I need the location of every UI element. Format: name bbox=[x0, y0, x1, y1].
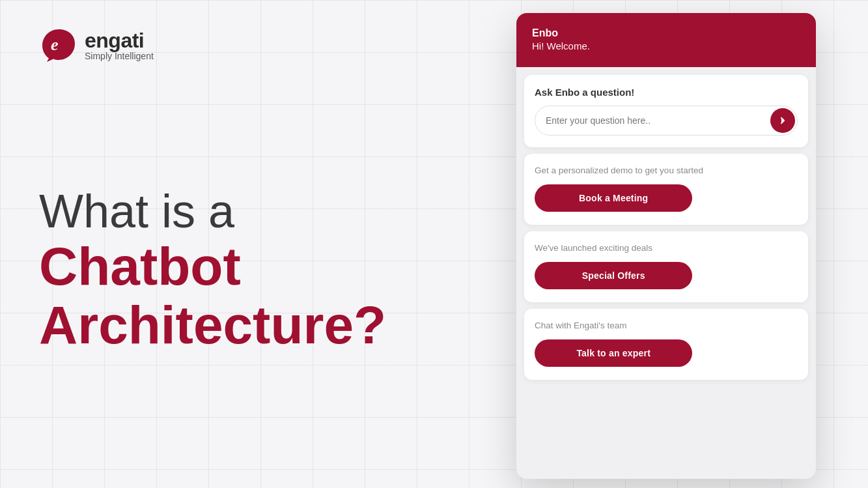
logo-name: engati bbox=[85, 30, 154, 51]
engati-logo-icon: e bbox=[39, 26, 78, 65]
chat-widget: Enbo Hi! Welcome. Ask Enbo a question! G… bbox=[516, 13, 816, 479]
headline: What is a Chatbot Architecture? bbox=[39, 104, 417, 462]
chat-greeting: Hi! Welcome. bbox=[532, 40, 800, 51]
offers-card: We've launched exciting deals Special Of… bbox=[524, 231, 808, 302]
book-meeting-button[interactable]: Book a Meeting bbox=[535, 184, 692, 212]
chat-header: Enbo Hi! Welcome. bbox=[516, 13, 816, 67]
ask-send-button[interactable] bbox=[770, 108, 795, 133]
logo-text: engati Simply Intelligent bbox=[85, 30, 154, 61]
expert-card-label: Chat with Engati's team bbox=[535, 321, 798, 330]
headline-line3: Architecture? bbox=[39, 296, 417, 354]
chat-bot-name: Enbo bbox=[532, 27, 800, 39]
ask-label: Ask Enbo a question! bbox=[535, 87, 798, 98]
left-panel: e engati Simply Intelligent What is a Ch… bbox=[0, 0, 456, 488]
ask-input-row bbox=[535, 106, 798, 136]
demo-card: Get a personalized demo to get you start… bbox=[524, 154, 808, 225]
headline-line1: What is a bbox=[39, 186, 417, 237]
special-offers-button[interactable]: Special Offers bbox=[535, 262, 692, 289]
offers-card-label: We've launched exciting deals bbox=[535, 243, 798, 253]
expert-card: Chat with Engati's team Talk to an exper… bbox=[524, 309, 808, 380]
talk-expert-button[interactable]: Talk to an expert bbox=[535, 339, 692, 367]
logo-area: e engati Simply Intelligent bbox=[39, 26, 417, 65]
svg-text:e: e bbox=[51, 35, 59, 54]
ask-section: Ask Enbo a question! bbox=[524, 75, 808, 147]
chat-widget-container: Enbo Hi! Welcome. Ask Enbo a question! G… bbox=[516, 13, 816, 479]
ask-input[interactable] bbox=[535, 108, 768, 133]
send-icon bbox=[777, 115, 788, 126]
demo-card-label: Get a personalized demo to get you start… bbox=[535, 165, 798, 175]
headline-line2: Chatbot bbox=[39, 237, 417, 296]
logo-tagline: Simply Intelligent bbox=[85, 51, 154, 61]
